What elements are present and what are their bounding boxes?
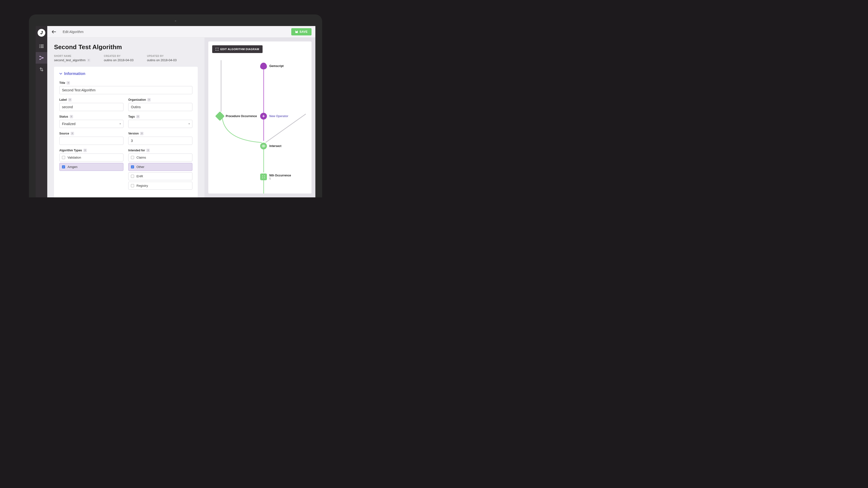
checkbox-icon [62, 156, 65, 159]
field-version-label: Version [128, 132, 138, 135]
check-label: Amgen [67, 165, 78, 169]
app-logo: J [38, 29, 45, 37]
expand-icon [216, 48, 218, 51]
check-label: Registry [136, 184, 148, 188]
help-icon[interactable]: ? [87, 59, 90, 62]
help-icon[interactable]: ? [70, 115, 73, 118]
intended-for-option[interactable]: Registry [128, 182, 192, 190]
sidebar-item-algorithm[interactable] [36, 52, 47, 64]
help-icon[interactable]: ? [71, 132, 74, 135]
svg-rect-5 [40, 47, 44, 48]
caret-down-icon: ▼ [119, 123, 121, 125]
diagram-node-nth[interactable]: Nth Occurrence 5 [260, 173, 291, 180]
source-input[interactable] [59, 137, 123, 145]
gemscript-icon [260, 63, 267, 69]
back-button[interactable] [51, 29, 57, 35]
check-label: EHR [136, 174, 143, 178]
section-information-header[interactable]: Information [59, 72, 192, 76]
swap-icon [39, 67, 43, 72]
edit-diagram-button[interactable]: EDIT ALGORITHM DIAGRAM [212, 45, 262, 53]
help-icon[interactable]: ? [147, 98, 151, 101]
help-icon[interactable]: ? [66, 81, 70, 85]
version-input[interactable] [128, 137, 192, 145]
help-icon[interactable]: ? [68, 98, 72, 101]
svg-rect-0 [39, 44, 40, 45]
intended-for-option[interactable]: EHR [128, 172, 192, 180]
field-intended-for-label: Intended for [128, 149, 145, 152]
svg-rect-1 [40, 44, 44, 45]
form-panel: Second Test Algorithm SHORT NAME second_… [47, 38, 205, 197]
check-label: Other [136, 165, 145, 169]
svg-point-14 [264, 177, 265, 178]
diagram-panel: EDIT ALGORITHM DIAGRAM [205, 38, 315, 197]
save-button[interactable]: SAVE [291, 28, 311, 35]
field-source-label: Source [59, 132, 69, 135]
field-status-label: Status [59, 115, 68, 118]
intended-for-option[interactable]: Claims [128, 154, 192, 161]
status-select[interactable]: Finalized ▼ [59, 120, 123, 128]
algorithm-type-option[interactable]: ✓Amgen [59, 163, 123, 171]
title-input[interactable] [59, 86, 192, 94]
svg-point-12 [264, 176, 265, 176]
meta-short-name-value: second_test_algorithm [54, 58, 86, 62]
meta-short-name-label: SHORT NAME [54, 55, 90, 57]
check-label: Claims [136, 156, 146, 159]
help-icon[interactable]: ? [136, 115, 140, 118]
help-icon[interactable]: ? [140, 132, 144, 135]
save-icon [295, 30, 298, 33]
svg-point-11 [262, 176, 263, 176]
checkbox-icon: ✓ [131, 165, 134, 168]
arrow-left-icon [52, 30, 56, 33]
organization-input[interactable] [128, 103, 192, 111]
checkbox-icon [131, 184, 134, 187]
page-title: Second Test Algorithm [54, 43, 198, 51]
field-title-label: Title [59, 81, 65, 85]
diagram-node-gemscript[interactable]: Gemscript [260, 63, 283, 69]
sidebar-item-transfer[interactable] [36, 64, 47, 75]
checkbox-icon [131, 175, 134, 178]
meta-created-by-value: outins on 2018-04-03 [104, 58, 133, 62]
list-icon [39, 44, 44, 48]
procedure-icon [215, 111, 225, 121]
sidebar-item-list[interactable] [36, 40, 47, 52]
svg-rect-2 [39, 46, 40, 47]
field-tags-label: Tags [128, 115, 135, 118]
field-algorithm-types-label: Algorithm Types [59, 149, 82, 152]
diagram-node-new-operator[interactable]: New Operator [260, 113, 288, 120]
svg-point-13 [262, 177, 263, 178]
field-organization-label: Organization [128, 98, 146, 101]
help-icon[interactable]: ? [84, 149, 87, 152]
intended-for-option[interactable]: ✓Other [128, 163, 192, 171]
branch-icon [39, 56, 44, 60]
help-icon[interactable]: ? [146, 149, 150, 152]
check-label: Validation [67, 156, 81, 159]
diagram-node-procedure[interactable]: Procedure Occurrence [217, 113, 257, 120]
plus-icon [260, 113, 267, 120]
checkbox-icon [131, 156, 134, 159]
caret-down-icon: ▼ [188, 123, 190, 125]
nth-icon [260, 173, 267, 180]
tags-select[interactable]: ▼ [128, 120, 192, 128]
diagram-node-intersect[interactable]: Intersect [260, 143, 281, 150]
top-bar: Edit Algorithm SAVE [47, 26, 315, 38]
breadcrumb: Edit Algorithm [63, 30, 84, 34]
meta-created-by-label: CREATED BY [104, 55, 133, 57]
svg-rect-4 [39, 47, 40, 48]
chevron-down-icon [59, 73, 62, 75]
meta-updated-by-value: outins on 2018-04-03 [147, 58, 177, 62]
algorithm-type-option[interactable]: Validation [59, 154, 123, 161]
label-input[interactable] [59, 103, 123, 111]
intersect-icon [260, 143, 267, 150]
svg-rect-3 [40, 46, 44, 47]
app-sidebar: J [36, 26, 47, 197]
checkbox-icon: ✓ [62, 165, 65, 168]
meta-updated-by-label: UPDATED BY [147, 55, 177, 57]
field-label-label: Label [59, 98, 67, 101]
